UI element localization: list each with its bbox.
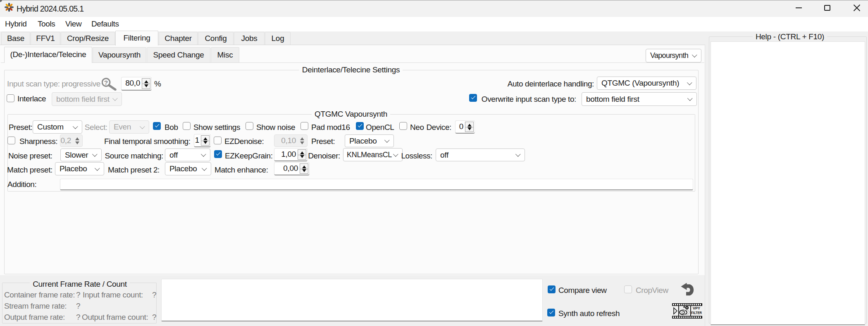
svg-text:?: ? — [104, 79, 108, 86]
svg-text:VPY: VPY — [693, 306, 700, 310]
svg-text:FILTER: FILTER — [691, 311, 702, 315]
